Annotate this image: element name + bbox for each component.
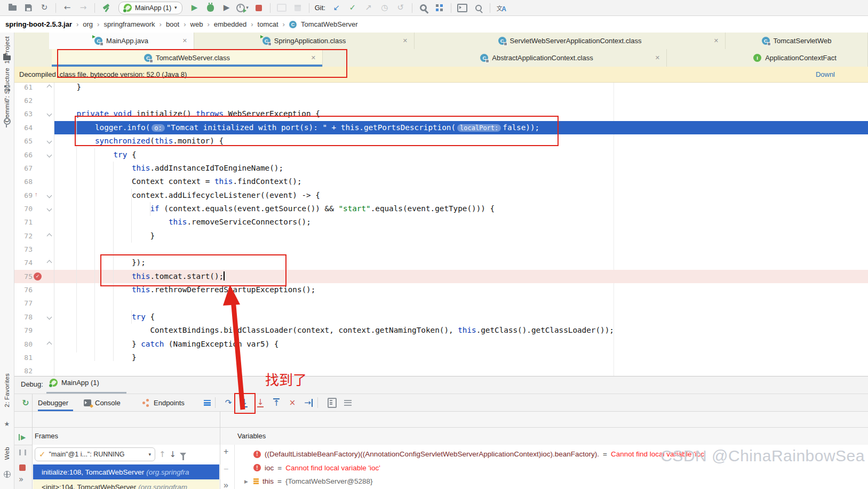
search-icon[interactable] (471, 1, 487, 15)
close-icon[interactable]: ✕ (403, 37, 408, 44)
editor-tab[interactable]: CTomcatWebServer.class✕ (52, 49, 323, 67)
close-icon[interactable]: ✕ (714, 37, 719, 44)
code-line[interactable]: Context context = this.findContext(); (132, 175, 302, 188)
fold-marker-icon[interactable] (47, 193, 52, 198)
code-line[interactable]: synchronized(this.monitor) { (95, 134, 224, 148)
editor-tab[interactable]: CServletWebServerApplicationContext.clas… (415, 33, 726, 49)
editor-tab[interactable]: CTomcatServletWeb (726, 33, 868, 49)
step-out-icon[interactable]: ↑ (269, 396, 283, 410)
fold-marker-icon[interactable] (47, 314, 52, 319)
resume-icon[interactable]: ▶ (19, 434, 26, 440)
editor-tab[interactable]: CAbstractApplicationContext.class✕ (407, 49, 667, 67)
translate-icon[interactable] (493, 1, 509, 15)
breadcrumb-item[interactable]: springframework (103, 20, 155, 28)
code-line[interactable]: context.addLifecycleListener((event) -> … (132, 189, 320, 202)
code-line[interactable]: try { (132, 310, 155, 324)
layout-settings-icon[interactable] (341, 396, 355, 410)
build-hammer-icon[interactable] (98, 1, 114, 15)
stop-icon[interactable] (19, 464, 26, 471)
git-update-icon[interactable]: ↙ (329, 1, 345, 15)
fold-marker-icon[interactable] (47, 233, 52, 238)
step-over-icon[interactable]: ↷ (221, 396, 235, 410)
breadcrumb-item[interactable]: org (83, 20, 93, 28)
profiler-icon[interactable]: ▾ (235, 1, 251, 15)
code-line[interactable]: try { (114, 148, 137, 162)
drop-frame-icon[interactable]: × (285, 396, 299, 410)
thread-dropdown[interactable]: ✓"main"@1 i...": RUNNING▾ (35, 447, 155, 461)
git-history-icon[interactable]: ◷ (377, 1, 393, 15)
tool-window-button[interactable]: 7: Structure (0, 68, 14, 101)
sync-icon[interactable]: ↻ (36, 1, 52, 15)
package-icon[interactable] (290, 1, 306, 15)
more-icon[interactable]: » (19, 476, 23, 484)
frame-row[interactable]: <init>:104, TomcatWebServer (org.springf… (33, 479, 219, 489)
breakpoint-icon[interactable]: ✓ (34, 272, 42, 280)
code-line[interactable]: } (150, 229, 155, 243)
close-icon[interactable]: ✕ (311, 54, 316, 61)
filter-icon[interactable] (180, 453, 186, 456)
menu-icon[interactable] (200, 396, 214, 410)
tab-console[interactable]: Console (84, 394, 121, 411)
breadcrumb-item[interactable]: boot (166, 20, 179, 28)
code-line[interactable]: logger.info(o:"Tomcat initialized with p… (95, 121, 539, 135)
banner-download-link[interactable]: Downl (816, 67, 835, 82)
stop-icon[interactable] (251, 1, 267, 15)
git-commit-icon[interactable]: ✓ (345, 1, 361, 15)
run-icon[interactable]: ▶ (187, 1, 203, 15)
fold-marker-icon[interactable] (47, 206, 52, 211)
git-push-icon[interactable]: ↗ (361, 1, 377, 15)
code-line[interactable]: if (context.equals(event.getSource()) &&… (150, 202, 495, 215)
tool-window-button[interactable]: 1: Project (0, 36, 14, 64)
close-icon[interactable]: ✕ (655, 54, 660, 61)
breadcrumb-item[interactable]: web (190, 20, 203, 28)
remove-watch-button[interactable]: − (224, 465, 228, 474)
breadcrumb-item[interactable]: embedded (214, 20, 246, 28)
terminal-icon[interactable] (455, 1, 471, 15)
fold-marker-icon[interactable] (47, 260, 52, 266)
rerun-icon[interactable]: ↻ (19, 396, 33, 410)
fold-marker-icon[interactable] (47, 341, 52, 347)
run-to-cursor-icon[interactable]: → (301, 396, 315, 410)
code-line[interactable]: } (77, 83, 82, 94)
tab-endpoints[interactable]: Endpoints (142, 394, 185, 411)
code-line[interactable]: } catch (NamingException var5) { (132, 338, 278, 351)
frame-row[interactable]: initialize:108, TomcatWebServer (org.spr… (33, 464, 219, 479)
back-icon[interactable]: ← (59, 1, 75, 15)
code-line[interactable]: this.addInstanceIdToEngineName(); (132, 162, 283, 175)
forward-icon[interactable]: → (75, 1, 91, 15)
code-line[interactable]: this.tomcat.start(); (132, 270, 225, 283)
editor-tab[interactable]: IApplicationContextFact (722, 49, 868, 67)
editor-tab[interactable]: CSpringApplication.class✕ (194, 33, 415, 49)
evaluate-expression-icon[interactable] (325, 396, 339, 410)
debug-session-tab[interactable]: MainApp (1) (50, 379, 105, 387)
save-icon[interactable] (20, 1, 36, 15)
fold-marker-icon[interactable] (47, 152, 52, 157)
tab-debugger[interactable]: Debugger (38, 394, 68, 411)
run-config-select[interactable]: MainApp (1)▾ (118, 2, 182, 14)
code-line[interactable]: this.rethrowDeferredStartupExceptions(); (132, 283, 315, 296)
debug-icon[interactable] (203, 1, 219, 15)
coverage-icon[interactable]: ▶ (219, 1, 235, 15)
expander-icon[interactable]: ▶ (244, 479, 250, 484)
attach-to-process-icon[interactable] (274, 1, 290, 15)
step-into-icon[interactable]: ↓ (237, 396, 251, 410)
add-watch-button[interactable]: + (224, 447, 228, 456)
wrench-icon[interactable] (416, 1, 432, 15)
code-editor[interactable]: 61}6263private void initialize() throws … (14, 83, 868, 376)
code-line[interactable]: ContextBindings.bindClassLoader(context,… (150, 324, 614, 337)
tool-window-button[interactable]: Web (0, 447, 14, 460)
frame-up-icon[interactable]: ↑ (159, 451, 166, 459)
fold-marker-icon[interactable] (47, 84, 52, 90)
variable-row[interactable]: ▶this = {TomcatWebServer@5288} (235, 475, 868, 488)
fold-marker-icon[interactable] (47, 111, 52, 117)
breadcrumb-item[interactable]: tomcat (258, 20, 278, 28)
open-icon[interactable] (4, 1, 20, 15)
force-step-into-icon[interactable]: ↓ (253, 396, 267, 410)
fold-marker-icon[interactable] (47, 139, 52, 144)
breadcrumb-item[interactable]: spring-boot-2.5.3.jar (5, 20, 72, 28)
code-line[interactable]: private void initialize() throws WebServ… (77, 107, 320, 121)
frame-down-icon[interactable]: ↓ (170, 451, 177, 459)
project-structure-icon[interactable] (432, 1, 448, 15)
editor-tab[interactable]: CMainApp.java✕ (49, 33, 194, 49)
git-rollback-icon[interactable]: ↺ (393, 1, 409, 15)
